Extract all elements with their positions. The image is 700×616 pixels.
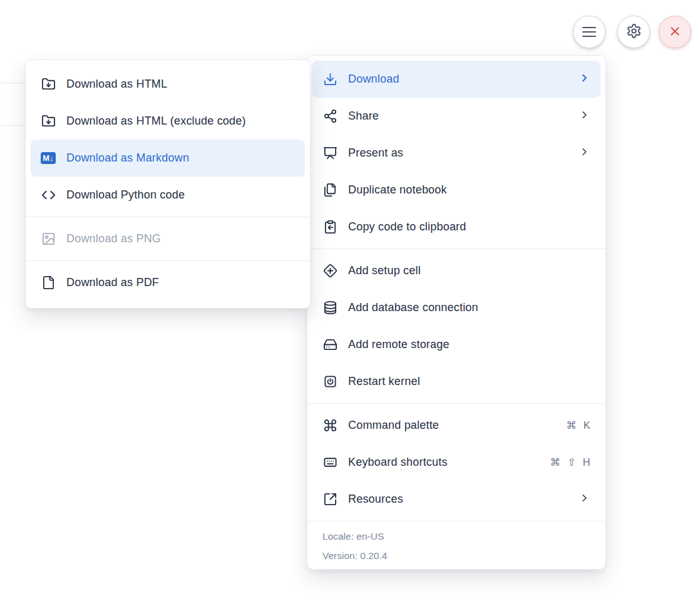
square-power-icon [322,374,337,389]
code-icon [41,188,56,203]
locale-text: Locale: en-US [322,531,590,542]
submenu-item-download-html-no-code[interactable]: Download as HTML (exclude code) [31,103,305,140]
menu-item-label: Download as Markdown [66,151,295,165]
menu-separator [307,249,605,249]
menu-item-share[interactable]: Share [312,98,600,135]
menu-item-command-palette[interactable]: Command palette ⌘ K [312,407,600,444]
menu-separator [26,217,310,217]
app-window: Download Share Present [0,0,700,616]
external-link-icon [322,492,337,507]
close-icon [668,24,682,40]
notebook-menu: Download Share Present [307,55,606,570]
menu-item-keyboard-shortcuts[interactable]: Keyboard shortcuts ⌘ ⇧ H [312,444,600,481]
submenu-item-download-python[interactable]: Download Python code [31,177,305,213]
gear-icon [626,23,642,41]
keyboard-icon [322,455,337,470]
notebook-menu-button[interactable] [573,16,605,48]
chevron-right-icon [579,492,590,507]
version-text: Version: 0.20.4 [322,550,590,562]
menu-item-label: Command palette [348,419,566,432]
menu-item-label: Download as PNG [66,232,295,245]
markdown-icon: M↓ [41,151,56,166]
settings-button[interactable] [617,16,650,48]
menu-item-download[interactable]: Download [312,61,600,98]
share-icon [322,109,337,124]
menu-separator [26,260,310,261]
menu-separator [307,521,605,521]
chevron-right-icon [579,72,590,87]
menu-item-present-as[interactable]: Present as [312,135,600,172]
menu-item-label: Add database connection [348,301,590,314]
command-icon [322,418,337,433]
menu-item-add-database[interactable]: Add database connection [312,289,600,326]
page-divider [0,83,26,83]
menu-item-label: Download as PDF [66,276,295,289]
menu-item-label: Duplicate notebook [348,183,590,197]
menu-item-label: Download as HTML (exclude code) [66,115,295,128]
menu-item-label: Add setup cell [348,264,590,277]
shortcut-hint: ⌘ ⇧ H [550,456,590,468]
chevron-right-icon [579,146,590,161]
chevron-right-icon [579,109,590,124]
clipboard-copy-icon [322,220,337,235]
menu-item-label: Download Python code [66,188,295,202]
menu-footer: Locale: en-US Version: 0.20.4 [312,525,600,562]
menu-separator [307,403,605,404]
menu-item-add-remote-storage[interactable]: Add remote storage [312,326,600,363]
menu-item-label: Download [348,73,579,86]
hamburger-icon [582,27,596,38]
shortcut-hint: ⌘ K [566,419,590,431]
hard-drive-icon [322,337,337,352]
menu-item-label: Present as [348,146,579,160]
menu-item-label: Download as HTML [66,78,295,91]
menu-item-label: Resources [348,493,579,506]
submenu-item-download-html[interactable]: Download as HTML [31,66,305,103]
menu-item-label: Keyboard shortcuts [348,456,550,469]
page-divider [0,125,26,126]
menu-item-label: Share [348,110,579,123]
close-button[interactable] [659,16,691,48]
submenu-item-download-pdf[interactable]: Download as PDF [31,264,305,301]
duplicate-files-icon [322,183,337,198]
database-icon [322,300,337,316]
menu-item-duplicate-notebook[interactable]: Duplicate notebook [312,172,600,208]
file-icon [41,275,56,290]
download-submenu: Download as HTML Download as HTML (exclu… [25,59,311,309]
menu-item-label: Copy code to clipboard [348,220,590,234]
folder-down-icon [41,114,56,129]
download-icon [322,72,337,87]
menu-item-resources[interactable]: Resources [312,481,600,518]
menu-item-copy-code[interactable]: Copy code to clipboard [312,208,600,245]
diamond-plus-icon [322,264,337,279]
presentation-icon [322,146,337,161]
menu-item-label: Restart kernel [348,375,590,388]
menu-item-restart-kernel[interactable]: Restart kernel [312,363,600,400]
menu-item-add-setup-cell[interactable]: Add setup cell [312,252,600,289]
menu-item-label: Add remote storage [348,338,590,351]
folder-down-icon [41,77,56,92]
submenu-item-download-png[interactable]: Download as PNG [31,220,305,257]
image-icon [41,232,56,247]
submenu-item-download-markdown[interactable]: M↓ Download as Markdown [31,140,305,177]
